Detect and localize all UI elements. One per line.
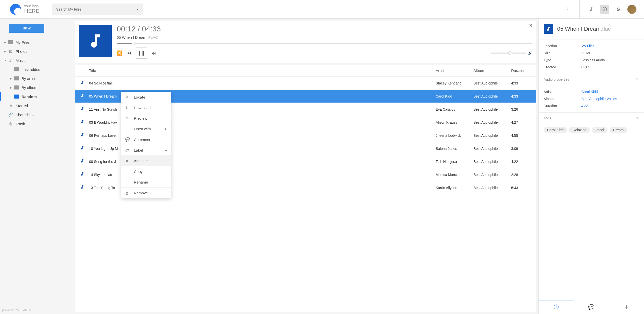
- col-album[interactable]: Album: [473, 68, 511, 73]
- menu-locate[interactable]: ✥Locate: [121, 92, 171, 102]
- trash-icon: 🗑: [8, 121, 14, 126]
- volume-icon[interactable]: 🔊: [528, 51, 532, 55]
- sidebar-item-photos[interactable]: ▶🖼Photos: [0, 47, 73, 56]
- menu-icon: ★: [125, 158, 130, 163]
- sidebar-item-label: Last added: [22, 67, 40, 72]
- details-panel: 05 When I Dream.flac LocationMy Files Si…: [538, 19, 644, 314]
- new-button[interactable]: NEW: [9, 24, 44, 33]
- info-icon[interactable]: ⓘ: [600, 5, 609, 14]
- col-title[interactable]: Title: [89, 68, 436, 73]
- expand-icon[interactable]: ▶: [10, 77, 14, 80]
- volume-slider[interactable]: [491, 53, 526, 54]
- search-input[interactable]: Search My Files ▾: [52, 4, 143, 15]
- prev-icon[interactable]: ⏮: [127, 51, 131, 56]
- music-icon: [80, 146, 85, 151]
- cell-album: Best Audiophile ...: [473, 173, 511, 177]
- menu-preview[interactable]: 👁Preview: [121, 113, 171, 123]
- cell-artist: Jheena Lodwick: [436, 133, 473, 138]
- sidebar-item-label: By album: [22, 85, 37, 90]
- menu-icon: ✥: [125, 95, 130, 99]
- expand-icon[interactable]: ▼: [4, 59, 8, 62]
- header: your logo HERE Search My Files ▾ ⋮ ⓘ ⚙: [0, 0, 644, 19]
- cell-album: Best Audiophile ...: [473, 81, 511, 85]
- sidebar-item-trash[interactable]: 🗑Trash: [0, 119, 73, 128]
- music-icon: [80, 185, 85, 190]
- chevron-right-icon: ▶: [165, 127, 167, 130]
- table-row[interactable]: 04 So Nice.flacStacey Kent and...Best Au…: [75, 77, 536, 90]
- sidebar-item-last-added[interactable]: Last added: [0, 65, 73, 74]
- cell-album: Best Audiophile ...: [473, 160, 511, 164]
- gear-icon[interactable]: ⚙: [614, 5, 623, 14]
- menu-open-with-[interactable]: Open with..▶: [121, 123, 171, 134]
- expand-icon[interactable]: ▶: [10, 86, 14, 89]
- photo-icon: 🖼: [8, 49, 14, 54]
- location-link[interactable]: My Files: [581, 44, 594, 48]
- folder-icon: [14, 67, 20, 72]
- music-icon: [544, 24, 553, 34]
- progress-bar[interactable]: [117, 43, 532, 44]
- menu-rename[interactable]: Rename: [121, 177, 171, 187]
- artist-link[interactable]: Carol Kidd: [581, 90, 598, 94]
- menu-add-star[interactable]: ★Add star: [121, 155, 171, 166]
- logo-line2: HERE: [24, 8, 39, 14]
- chevron-down-icon[interactable]: ▾: [137, 7, 139, 11]
- folder-icon: [14, 76, 20, 81]
- col-artist[interactable]: Artist: [436, 68, 473, 73]
- tag[interactable]: Carol Kidd: [544, 127, 567, 133]
- edit-icon[interactable]: ✎: [636, 116, 639, 120]
- menu-icon: ⬇: [125, 105, 130, 110]
- details-title: 05 When I Dream.flac: [557, 26, 611, 32]
- cell-album: Best Audiophile ...: [473, 107, 511, 111]
- sidebar-item-label: Music: [16, 58, 25, 63]
- info-tab[interactable]: ⓘ: [539, 300, 574, 314]
- pause-button[interactable]: ❚❚: [136, 48, 147, 59]
- sidebar-item-random[interactable]: Random: [0, 92, 73, 101]
- context-menu: ✥Locate⬇Download👁PreviewOpen with..▶💬Com…: [121, 92, 171, 198]
- next-icon[interactable]: ⏭: [151, 51, 156, 56]
- expand-icon[interactable]: ▶: [4, 50, 8, 53]
- tag[interactable]: Vocal: [592, 127, 608, 133]
- logo-line1: your logo: [24, 4, 39, 8]
- tag[interactable]: Dream: [610, 127, 627, 133]
- cell-duration: 4:33: [511, 81, 531, 85]
- cell-album: Best Audiophile ...: [473, 133, 511, 138]
- shuffle-icon[interactable]: 🔀: [117, 50, 122, 56]
- sidebar-item-shared-links[interactable]: 🔗Shared links: [0, 110, 73, 119]
- menu-download[interactable]: ⬇Download: [121, 102, 171, 113]
- expand-icon[interactable]: ▶: [4, 41, 8, 44]
- cell-artist: Salena Jones: [436, 147, 473, 151]
- logo[interactable]: your logo HERE: [3, 4, 45, 15]
- duration-link[interactable]: 4:33: [581, 104, 588, 108]
- folder-icon: [14, 94, 20, 99]
- sidebar-item-label: My Files: [16, 40, 30, 44]
- comments-tab[interactable]: 💬: [574, 300, 609, 314]
- album-link[interactable]: Best Audiophile Voices: [581, 97, 617, 101]
- menu-remove[interactable]: 🗑Remove: [121, 188, 171, 198]
- col-duration[interactable]: Duration: [511, 68, 531, 73]
- more-icon[interactable]: ⋮: [563, 5, 572, 14]
- sidebar-item-starred[interactable]: ★Starred: [0, 101, 73, 110]
- search-placeholder: Search My Files: [56, 7, 81, 11]
- menu-comment[interactable]: 💬Comment: [121, 134, 171, 145]
- download-tab[interactable]: ⬇: [609, 300, 644, 314]
- folder-icon: [8, 39, 14, 45]
- sidebar-item-by-artist[interactable]: ▶By artist: [0, 74, 73, 83]
- logo-icon: [10, 4, 21, 15]
- table-header: Title Artist Album Duration: [75, 65, 536, 77]
- menu-label[interactable]: 🏷Label▶: [121, 145, 171, 155]
- menu-copy[interactable]: Copy: [121, 166, 171, 177]
- sidebar: NEW ▶My Files▶🖼Photos▼MusicLast added▶By…: [0, 19, 73, 314]
- audio-props-header: Audio properties✎: [539, 74, 644, 85]
- sidebar-item-by-album[interactable]: ▶By album: [0, 83, 73, 92]
- sidebar-item-my-files[interactable]: ▶My Files: [0, 38, 73, 47]
- sidebar-item-label: Random: [22, 95, 37, 99]
- cell-artist: Tish Hinojosa: [436, 160, 473, 164]
- edit-icon[interactable]: ✎: [636, 77, 639, 81]
- tag[interactable]: Relaxing: [569, 127, 590, 133]
- music-icon: [80, 172, 85, 177]
- close-icon[interactable]: ✖: [529, 23, 532, 28]
- music-icon[interactable]: [587, 5, 596, 14]
- avatar[interactable]: [627, 5, 636, 14]
- tags-header: Tags✎: [539, 112, 644, 124]
- sidebar-item-music[interactable]: ▼Music: [0, 56, 73, 65]
